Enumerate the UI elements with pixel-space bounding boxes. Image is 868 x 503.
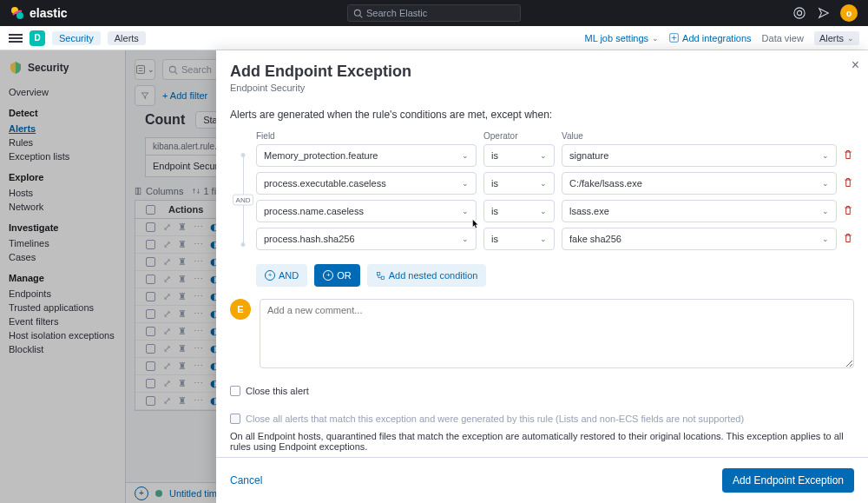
and-button[interactable]: +AND bbox=[256, 264, 307, 287]
svg-point-5 bbox=[797, 10, 801, 15]
modal-subtitle: Endpoint Security bbox=[230, 83, 854, 93]
modal-title: Add Endpoint Exception bbox=[230, 63, 854, 81]
condition-row: process.name.caseless⌄is⌄lsass.exe⌄ bbox=[256, 200, 854, 222]
operator-select[interactable]: is⌄ bbox=[483, 144, 555, 167]
plus-square-icon bbox=[669, 33, 679, 43]
modal-header: Add Endpoint Exception Endpoint Security bbox=[216, 50, 868, 100]
close-alert-checkbox[interactable] bbox=[230, 386, 240, 396]
modal-description: Alerts are generated when the rule's con… bbox=[230, 109, 854, 121]
col-value-label: Value bbox=[562, 131, 854, 141]
condition-columns: Field Operator Value bbox=[256, 131, 854, 141]
nested-icon bbox=[376, 271, 385, 281]
operator-select[interactable]: is⌄ bbox=[483, 228, 555, 250]
cancel-button[interactable]: Cancel bbox=[230, 474, 262, 486]
condition-row: Memory_protection.feature⌄is⌄signature⌄ bbox=[256, 144, 854, 167]
operator-select[interactable]: is⌄ bbox=[483, 172, 555, 195]
and-rail: AND bbox=[230, 144, 256, 255]
breadcrumb-security[interactable]: Security bbox=[52, 31, 101, 45]
subheader-right: ML job settings⌄ Add integrations Data v… bbox=[585, 31, 860, 45]
value-select[interactable]: C:/fake/lsass.exe⌄ bbox=[562, 172, 837, 195]
delete-condition-icon[interactable] bbox=[842, 205, 854, 218]
elastic-logo-icon bbox=[10, 6, 24, 20]
global-search-input[interactable]: Search Elastic bbox=[347, 4, 521, 22]
ml-job-settings-link[interactable]: ML job settings⌄ bbox=[585, 33, 660, 43]
sub-header: D Security Alerts ML job settings⌄ Add i… bbox=[0, 26, 868, 50]
data-view-selector[interactable]: Alerts⌄ bbox=[814, 31, 859, 45]
add-nested-button[interactable]: Add nested condition bbox=[367, 264, 487, 287]
note-text: On all Endpoint hosts, quarantined files… bbox=[230, 431, 854, 452]
search-icon bbox=[353, 9, 363, 18]
submit-button[interactable]: Add Endpoint Exception bbox=[722, 468, 854, 493]
svg-line-3 bbox=[360, 15, 363, 17]
svg-rect-16 bbox=[377, 272, 379, 275]
brand-text: elastic bbox=[30, 6, 68, 20]
delete-condition-icon[interactable] bbox=[842, 149, 854, 162]
comment-section: E bbox=[230, 299, 854, 368]
close-alert-label: Close this alert bbox=[246, 386, 309, 396]
condition-row: process.hash.sha256⌄is⌄fake sha256⌄ bbox=[256, 228, 854, 250]
and-badge: AND bbox=[233, 195, 254, 206]
value-select[interactable]: fake sha256⌄ bbox=[562, 228, 837, 250]
col-field-label: Field bbox=[256, 131, 477, 141]
add-exception-modal: × Add Endpoint Exception Endpoint Securi… bbox=[216, 50, 868, 503]
nav-toggle-icon[interactable] bbox=[9, 31, 23, 45]
delete-condition-icon[interactable] bbox=[842, 233, 854, 246]
search-placeholder: Search Elastic bbox=[366, 8, 427, 18]
or-button[interactable]: +OR bbox=[314, 264, 360, 287]
close-icon[interactable]: × bbox=[852, 57, 859, 73]
header-actions: o bbox=[792, 4, 858, 22]
value-select[interactable]: signature⌄ bbox=[562, 144, 837, 167]
global-header: elastic Search Elastic o bbox=[0, 0, 868, 26]
field-select[interactable]: process.name.caseless⌄ bbox=[256, 200, 477, 222]
condition-buttons: +AND +OR Add nested condition bbox=[256, 264, 854, 287]
close-all-checkbox bbox=[230, 414, 240, 424]
newsfeed-icon[interactable] bbox=[816, 5, 832, 21]
svg-rect-17 bbox=[381, 276, 384, 279]
add-integrations-link[interactable]: Add integrations bbox=[669, 33, 752, 43]
help-icon[interactable] bbox=[792, 5, 807, 21]
field-select[interactable]: Memory_protection.feature⌄ bbox=[256, 144, 477, 167]
value-select[interactable]: lsass.exe⌄ bbox=[562, 200, 837, 222]
logo[interactable]: elastic bbox=[10, 6, 68, 20]
space-badge[interactable]: D bbox=[30, 30, 45, 46]
comment-avatar: E bbox=[230, 299, 251, 320]
modal-body: Alerts are generated when the rule's con… bbox=[216, 100, 868, 457]
svg-point-1 bbox=[16, 12, 23, 19]
field-select[interactable]: process.hash.sha256⌄ bbox=[256, 228, 477, 250]
svg-point-2 bbox=[354, 10, 360, 16]
condition-row: process.executable.caseless⌄is⌄C:/fake/l… bbox=[256, 172, 854, 195]
breadcrumb-alerts[interactable]: Alerts bbox=[108, 31, 146, 45]
data-view-label: Data view bbox=[762, 33, 804, 43]
close-all-row: Close all alerts that match this excepti… bbox=[230, 414, 854, 424]
operator-select[interactable]: is⌄ bbox=[483, 200, 555, 222]
modal-footer: Cancel Add Endpoint Exception bbox=[216, 457, 868, 503]
comment-input[interactable] bbox=[260, 299, 854, 368]
close-alert-row[interactable]: Close this alert bbox=[230, 386, 854, 396]
user-avatar[interactable]: o bbox=[840, 4, 858, 22]
col-operator-label: Operator bbox=[483, 131, 555, 141]
close-all-label: Close all alerts that match this excepti… bbox=[246, 414, 744, 424]
svg-point-4 bbox=[794, 8, 805, 18]
delete-condition-icon[interactable] bbox=[842, 177, 854, 190]
field-select[interactable]: process.executable.caseless⌄ bbox=[256, 172, 477, 195]
